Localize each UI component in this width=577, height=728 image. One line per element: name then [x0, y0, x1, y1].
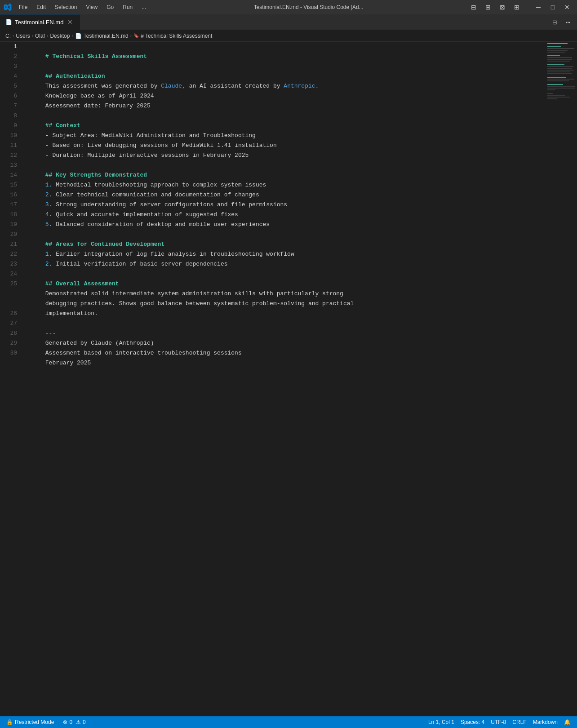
tab-filename: Testimonial.EN.md [15, 19, 63, 26]
code-line-28: Generated by Claude (Anthropic) [24, 328, 541, 338]
code-line-24: ## Overall Assessment [24, 269, 541, 279]
split-editor-button[interactable]: ⊟ [467, 3, 480, 12]
line-num-6: 6 [0, 91, 22, 101]
svg-rect-9 [547, 61, 570, 62]
code-line-9: - Subject Area: MediaWiki Administration… [24, 121, 541, 131]
line-num-24: 24 [0, 269, 22, 279]
tab-close-button[interactable]: ✕ [66, 18, 74, 26]
line-ending[interactable]: CRLF [510, 716, 529, 728]
breadcrumb-filename[interactable]: Testimonial.EN.md [84, 33, 129, 39]
error-icon: ⊗ [63, 719, 67, 725]
svg-rect-26 [547, 98, 557, 99]
error-count: 0 [69, 719, 72, 725]
editor-area: 1 2 3 4 5 6 7 8 9 10 11 12 13 14 15 16 1… [0, 42, 577, 716]
svg-rect-17 [547, 79, 574, 80]
close-button[interactable]: ✕ [561, 3, 573, 12]
menu-run[interactable]: Run [119, 3, 136, 11]
minimap[interactable] [541, 42, 577, 716]
line-num-12: 12 [0, 151, 22, 160]
svg-rect-6 [547, 55, 560, 56]
svg-rect-12 [547, 68, 572, 69]
svg-rect-15 [547, 73, 572, 74]
menu-more[interactable]: ... [138, 3, 150, 11]
svg-rect-21 [547, 88, 575, 89]
breadcrumb: C: › Users › Olaf › Desktop › 📄 Testimon… [0, 30, 577, 42]
line-num-13: 13 [0, 160, 22, 170]
breadcrumb-section[interactable]: # Technical Skills Assessment [141, 33, 212, 39]
line-num-15: 15 [0, 180, 22, 190]
line-num-27: 27 [0, 319, 22, 328]
line-num-14: 14 [0, 170, 22, 180]
window-title: Testimonial.EN.md - Visual Studio Code [… [153, 4, 464, 10]
line-num-19: 19 [0, 220, 22, 230]
tab-actions: ⊟ ⋯ [548, 17, 577, 30]
code-line-26 [24, 309, 541, 319]
line-numbers: 1 2 3 4 5 6 7 8 9 10 11 12 13 14 15 16 1… [0, 42, 22, 716]
svg-rect-11 [547, 66, 573, 67]
line-num-25b [0, 289, 22, 299]
restricted-mode-item[interactable]: 🔒 Restricted Mode [4, 716, 57, 728]
line-num-23: 23 [0, 259, 22, 269]
line-num-21: 21 [0, 240, 22, 249]
restore-button[interactable]: □ [546, 3, 559, 12]
notifications-bell[interactable]: 🔔 [561, 716, 573, 728]
status-bar-right: Ln 1, Col 1 Spaces: 4 UTF-8 CRLF Markdow… [426, 716, 573, 728]
breadcrumb-c[interactable]: C: [5, 33, 11, 39]
menu-file[interactable]: File [15, 3, 31, 11]
menu-go[interactable]: Go [103, 3, 117, 11]
more-actions-button[interactable]: ⋯ [562, 17, 574, 28]
breadcrumb-olaf[interactable]: Olaf [35, 33, 45, 39]
restricted-mode-label: Restricted Mode [15, 719, 54, 725]
svg-rect-13 [547, 70, 574, 71]
svg-rect-1 [547, 43, 568, 44]
cursor-position[interactable]: Ln 1, Col 1 [426, 716, 457, 728]
encoding[interactable]: UTF-8 [488, 716, 509, 728]
warning-icon: ⚠ [76, 719, 81, 725]
indent-info[interactable]: Spaces: 4 [458, 716, 487, 728]
status-bar-left: 🔒 Restricted Mode ⊗ 0 ⚠ 0 [4, 716, 89, 728]
line-num-25c [0, 299, 22, 309]
line-num-17: 17 [0, 200, 22, 210]
svg-rect-24 [547, 95, 565, 96]
line-num-29: 29 [0, 338, 22, 348]
line-num-25: 25 [0, 279, 22, 289]
code-line-1: # Technical Skills Assessment [24, 42, 541, 52]
line-num-10: 10 [0, 131, 22, 141]
warning-count: 0 [83, 719, 86, 725]
code-line-13: ## Key Strengths Demonstrated [24, 160, 541, 170]
grid-layout-button[interactable]: ⊞ [510, 3, 523, 12]
svg-rect-25 [547, 97, 570, 98]
svg-rect-23 [547, 93, 553, 94]
code-editor[interactable]: # Technical Skills Assessment ## Authent… [22, 42, 541, 716]
breadcrumb-desktop[interactable]: Desktop [50, 33, 70, 39]
breadcrumb-symbol-icon: 🔖 [133, 33, 139, 38]
line-num-1: 1 [0, 42, 22, 52]
customize-layout-button[interactable]: ⊠ [496, 3, 509, 12]
menu-view[interactable]: View [82, 3, 101, 11]
line-num-4: 4 [0, 71, 22, 81]
window-controls: ⊟ ⊞ ⊠ ⊞ ─ □ ✕ [467, 3, 573, 12]
breadcrumb-users[interactable]: Users [16, 33, 30, 39]
svg-rect-22 [547, 89, 555, 90]
code-line-20: ## Areas for Continued Development [24, 230, 541, 240]
breadcrumb-file-icon: 📄 [75, 33, 82, 39]
split-right-button[interactable]: ⊟ [548, 17, 561, 28]
language-mode[interactable]: Markdown [530, 716, 560, 728]
svg-rect-19 [547, 84, 563, 85]
menu-edit[interactable]: Edit [33, 3, 49, 11]
minimize-button[interactable]: ─ [532, 3, 545, 12]
line-num-11: 11 [0, 141, 22, 151]
bell-icon: 🔔 [564, 719, 571, 725]
svg-rect-2 [547, 46, 561, 47]
restricted-mode-icon: 🔒 [6, 719, 13, 725]
tab-bar: 📄 Testimonial.EN.md ✕ ⊟ ⋯ [0, 14, 577, 30]
active-tab[interactable]: 📄 Testimonial.EN.md ✕ [0, 14, 80, 30]
line-num-2: 2 [0, 52, 22, 62]
menu-bar: File Edit Selection View Go Run ... [15, 3, 150, 11]
svg-rect-7 [547, 57, 572, 58]
line-num-8: 8 [0, 111, 22, 121]
menu-selection[interactable]: Selection [51, 3, 80, 11]
code-line-27: --- [24, 319, 541, 328]
errors-warnings-item[interactable]: ⊗ 0 ⚠ 0 [60, 716, 88, 728]
editor-layout-button[interactable]: ⊞ [482, 3, 494, 12]
